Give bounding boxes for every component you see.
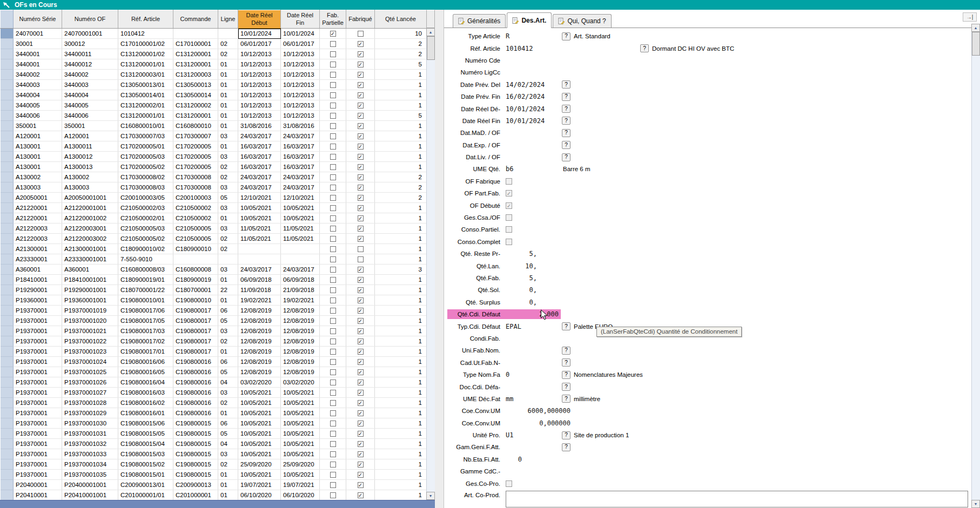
fab-partielle-checkbox[interactable]: [330, 144, 336, 150]
cell-commande[interactable]: C190800010: [173, 295, 218, 306]
fab-partielle-checkbox[interactable]: [330, 410, 336, 416]
fab-partielle-checkbox[interactable]: [330, 390, 336, 396]
cell-date-r-el-d-but[interactable]: 24/03/2017: [238, 131, 281, 141]
cell-date-r-el-d-but[interactable]: 06/09/2018: [238, 275, 281, 285]
cell-num-ro-s-rie[interactable]: A360001: [14, 265, 62, 275]
fab-partielle-checkbox[interactable]: [330, 246, 336, 252]
table-scrollbar-track[interactable]: [426, 36, 435, 492]
checkbox-cell[interactable]: [320, 182, 346, 193]
checkbox-cell[interactable]: [320, 377, 346, 388]
cell-r-f-article[interactable]: C170300008/02: [118, 172, 173, 182]
cell-num-ro-s-rie[interactable]: 3440002: [14, 70, 62, 80]
fab-partielle-checkbox[interactable]: [330, 277, 336, 283]
help-button[interactable]: ?: [562, 117, 570, 125]
row-selector[interactable]: [1, 29, 14, 39]
cell-r-f-article[interactable]: C170200005/03: [118, 152, 173, 162]
cell-num-ro-s-rie[interactable]: P19370001: [14, 429, 62, 439]
cell-commande[interactable]: C170200005: [173, 141, 218, 152]
table-row[interactable]: A21300001A21300001001C180900010/02C18090…: [1, 244, 427, 254]
cell-date-r-el-fin[interactable]: 12/08/2019: [281, 326, 320, 336]
cell-ligne[interactable]: 05: [218, 367, 238, 377]
cell-ligne[interactable]: 04: [218, 377, 238, 388]
cell-commande[interactable]: C170200005: [173, 152, 218, 162]
cell-date-r-el-d-but[interactable]: 24/03/2017: [238, 172, 281, 182]
cell-date-r-el-d-but[interactable]: 10/12/2013: [238, 49, 281, 59]
cell-num-ro-s-rie[interactable]: P19370001: [14, 377, 62, 388]
cell-num-ro-s-rie[interactable]: A130001: [14, 141, 62, 152]
cell-num-ro-s-rie[interactable]: P19370001: [14, 336, 62, 347]
checkbox-cell[interactable]: ✓: [346, 347, 375, 357]
cell-date-r-el-d-but[interactable]: 16/03/2017: [238, 152, 281, 162]
cell-date-r-el-fin[interactable]: 10/05/2021: [281, 213, 320, 223]
fab-partielle-checkbox[interactable]: [330, 62, 336, 67]
cell-commande[interactable]: C190800015: [173, 439, 218, 449]
table-row[interactable]: P19370001P19370001020C190800017/05C19080…: [1, 316, 427, 326]
field-value[interactable]: EPAL: [506, 323, 560, 330]
co-product-box[interactable]: [506, 491, 968, 507]
cell-qt-lanc-e[interactable]: 1: [375, 254, 427, 265]
cell-r-f-article[interactable]: C190800017/06: [118, 306, 173, 316]
fabrique-checkbox[interactable]: ✓: [358, 236, 364, 242]
checkbox-cell[interactable]: [320, 306, 346, 316]
cell-ligne[interactable]: 04: [218, 439, 238, 449]
cell-ligne[interactable]: 02: [218, 162, 238, 172]
row-selector[interactable]: [1, 70, 14, 80]
cell-num-ro-s-rie[interactable]: 3440001: [14, 59, 62, 70]
table-vertical-scrollbar[interactable]: ▲ ▼: [426, 28, 435, 500]
cell-qt-lanc-e[interactable]: 1: [375, 480, 427, 490]
checkbox-cell[interactable]: ✓: [346, 336, 375, 347]
checkbox-cell[interactable]: [320, 254, 346, 265]
cell-date-r-el-d-but[interactable]: 11/05/2021: [238, 223, 281, 234]
row-selector[interactable]: [1, 162, 14, 172]
cell-date-r-el-d-but[interactable]: 10/12/2013: [238, 70, 281, 80]
table-scrollbar-thumb[interactable]: [427, 36, 435, 60]
fabrique-checkbox[interactable]: [358, 246, 364, 252]
table-row[interactable]: A360001A360001C160800008/03C160800008032…: [1, 265, 427, 275]
fab-partielle-checkbox[interactable]: [330, 400, 336, 406]
fabrique-checkbox[interactable]: ✓: [358, 318, 364, 324]
fab-partielle-checkbox[interactable]: [330, 154, 336, 160]
cell-qt-lanc-e[interactable]: 1: [375, 347, 427, 357]
cell-commande[interactable]: C190800016: [173, 357, 218, 367]
fab-partielle-checkbox[interactable]: [330, 482, 336, 488]
row-selector[interactable]: [1, 306, 14, 316]
select-all-corner[interactable]: [1, 10, 14, 29]
table-row[interactable]: A20050001A20050001001C200100003/05C20010…: [1, 193, 427, 203]
cell-r-f-article[interactable]: C210500002/03: [118, 203, 173, 213]
cell-commande[interactable]: C210500002: [173, 213, 218, 223]
fabrique-checkbox[interactable]: ✓: [358, 482, 364, 488]
cell-ligne[interactable]: 03: [218, 182, 238, 193]
checkbox-cell[interactable]: ✓: [346, 275, 375, 285]
fab-partielle-checkbox[interactable]: [330, 328, 336, 334]
cell-qt-lanc-e[interactable]: 1: [375, 470, 427, 480]
cell-date-r-el-fin[interactable]: 10/05/2021: [281, 398, 320, 408]
checkbox-cell[interactable]: ✓: [346, 80, 375, 90]
checkbox-cell[interactable]: [346, 254, 375, 265]
cell-ligne[interactable]: 01: [218, 100, 238, 111]
fabrique-checkbox[interactable]: ✓: [358, 185, 364, 191]
cell-qt-lanc-e[interactable]: 1: [375, 80, 427, 90]
cell-num-ro-s-rie[interactable]: P19370001: [14, 326, 62, 336]
fabrique-checkbox[interactable]: ✓: [358, 174, 364, 180]
checkbox-cell[interactable]: [320, 490, 346, 500]
column-header-num-ro-of[interactable]: Numéro OF: [62, 10, 118, 29]
cell-r-f-article[interactable]: C190800016/05: [118, 367, 173, 377]
cell-ligne[interactable]: 01: [218, 470, 238, 480]
cell-ligne[interactable]: 03: [218, 152, 238, 162]
checkbox-cell[interactable]: [320, 285, 346, 295]
table-row[interactable]: A130003A130003C170300008/03C170300008032…: [1, 182, 427, 193]
cell-r-f-article[interactable]: 7-550-9010: [118, 254, 173, 265]
checkbox-cell[interactable]: [320, 90, 346, 100]
checkbox-cell[interactable]: [320, 367, 346, 377]
panel-vertical-scrollbar[interactable]: ▲ ▼: [971, 24, 980, 508]
fab-partielle-checkbox[interactable]: [330, 41, 336, 47]
cell-date-r-el-fin[interactable]: 10/12/2013: [281, 59, 320, 70]
cell-r-f-article[interactable]: C180900019/01: [118, 275, 173, 285]
cell-r-f-article[interactable]: C190800017/02: [118, 336, 173, 347]
cell-commande[interactable]: C160800010: [173, 121, 218, 131]
cell-num-ro-of[interactable]: 3440006: [62, 111, 118, 121]
help-button[interactable]: ?: [562, 395, 570, 403]
checkbox-cell[interactable]: [346, 29, 375, 39]
cell-date-r-el-fin[interactable]: 06/10/2020: [281, 490, 320, 500]
cell-date-r-el-fin[interactable]: 10/12/2013: [281, 90, 320, 100]
